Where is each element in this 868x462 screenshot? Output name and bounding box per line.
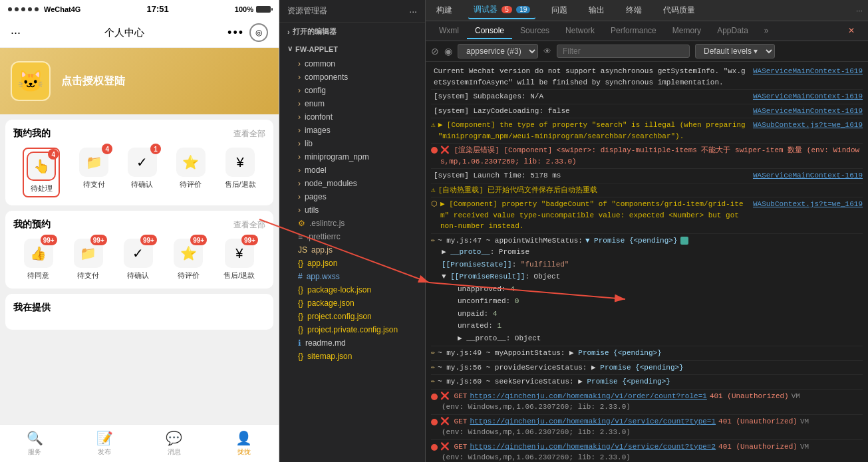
file-projectprivate[interactable]: {} project.private.config.json	[279, 323, 425, 336]
file-projectconfig[interactable]: {} project.config.json	[279, 310, 425, 323]
error-link-2[interactable]: https://qinchenju.com/homemaking/v1/serv…	[470, 416, 716, 427]
tab-console[interactable]: Console	[467, 23, 512, 39]
toolbar-terminal[interactable]: 终端	[621, 2, 647, 19]
explorer-panel: 资源管理器 ··· › 打开的编辑器 ∨ FW-APPLET › common …	[279, 0, 426, 462]
login-text[interactable]: 点击授权登陆	[61, 74, 125, 88]
nav-item-profile[interactable]: 👤 拢拢	[235, 430, 252, 457]
folder-components[interactable]: › components	[279, 70, 425, 84]
search-icon[interactable]: ◎	[249, 23, 268, 42]
booking-icon-3: ⭐ 99+	[174, 239, 203, 268]
tree-unpaid: unpaid: 4	[458, 308, 569, 320]
appointment-item-1[interactable]: 📁 4 待支付	[79, 148, 108, 197]
folder-label-pages: pages	[305, 192, 327, 201]
booking-label-0: 待同意	[27, 271, 49, 281]
log-level-selector[interactable]: Default levels ▾	[695, 44, 775, 58]
booking-item-1[interactable]: 📁 99+ 待支付	[74, 239, 103, 281]
file-appjs[interactable]: JS app.js	[279, 243, 425, 257]
filter-input[interactable]	[557, 45, 690, 58]
filter-stop-icon[interactable]: ◉	[444, 46, 452, 57]
folder-icon-miniprogram: ›	[298, 152, 301, 162]
log-link-2[interactable]: WAServiceMainContext-1619	[753, 91, 863, 102]
log-link-4[interactable]: WASubContext.js?t=we_1619	[753, 120, 863, 131]
file-readme[interactable]: ℹ readme.md	[279, 336, 425, 350]
explorer-dots[interactable]: ···	[409, 6, 417, 17]
appointment-item-2[interactable]: ✓ 1 待确认	[128, 148, 157, 197]
file-eslintrc[interactable]: ⚙ .eslintrc.js	[279, 217, 425, 230]
promise-prefix: ~ my.js:47 ~ appointWithMeStatus:	[438, 235, 583, 247]
appointment-item-0[interactable]: 👆 4 待处理	[23, 148, 60, 197]
folder-node-modules[interactable]: › node_modules	[279, 177, 425, 190]
toolbar-codequality[interactable]: 代码质量	[658, 2, 700, 19]
log-link-6[interactable]: WAServiceMainContext-1619	[753, 170, 863, 181]
log-link-8[interactable]: WASubContext.js?t=we_1619	[753, 199, 863, 210]
eye-icon[interactable]: 👁	[543, 47, 551, 56]
badge-0: 4	[48, 149, 59, 160]
error-link-3[interactable]: https://qinchenju.com/homemaking/v1/serv…	[470, 441, 716, 453]
tab-appdata[interactable]: AppData	[709, 23, 756, 39]
tab-performance[interactable]: Performance	[603, 23, 664, 39]
folder-common[interactable]: › common	[279, 57, 425, 70]
project-section[interactable]: ∨ FW-APPLET	[279, 41, 425, 57]
toolbar-more[interactable]: ···	[856, 6, 863, 15]
profile-section[interactable]: 🐱 点击授权登陆	[0, 48, 279, 114]
file-label-sitemap: sitemap.json	[307, 352, 352, 361]
error-get-1: ❌ GET	[440, 391, 467, 402]
booking-label-4: 售后/退款	[223, 271, 255, 281]
file-appjson[interactable]: {} app.json	[279, 257, 425, 270]
tab-sources[interactable]: Sources	[512, 23, 557, 39]
toolbar-issues[interactable]: 问题	[546, 2, 573, 19]
devtools-tabs: Wxml Console Sources Network Performance…	[426, 21, 868, 41]
tab-memory[interactable]: Memory	[664, 23, 709, 39]
tab-more[interactable]: »	[756, 23, 777, 39]
tree-proto: ▶ __proto__: Promise	[442, 246, 569, 259]
file-packagejson[interactable]: {} package.json	[279, 296, 425, 310]
file-prettierrc[interactable]: ≡ .prettierrc	[279, 230, 425, 243]
tab-network[interactable]: Network	[557, 23, 603, 39]
booking-item-3[interactable]: ⭐ 99+ 待评价	[174, 239, 203, 281]
appointments-link[interactable]: 查看全部	[233, 128, 265, 140]
file-appwxss[interactable]: # app.wxss	[279, 270, 425, 283]
file-icon-appwxss: #	[298, 272, 303, 281]
folder-iconfont[interactable]: › iconfont	[279, 110, 425, 124]
open-editors-section[interactable]: › 打开的编辑器	[279, 23, 425, 41]
folder-utils[interactable]: › utils	[279, 203, 425, 217]
filter-toggle-icon[interactable]: ⊘	[431, 46, 439, 57]
folder-config[interactable]: › config	[279, 84, 425, 97]
nav-item-service[interactable]: 🔍 服务	[27, 430, 43, 457]
booking-item-0[interactable]: 👍 99+ 待同意	[24, 239, 53, 281]
log-promise-expanded: ✏ ~ my.js:47 ~ appointWithMeStatus: ▼ Pr…	[431, 234, 863, 347]
booking-item-2[interactable]: ✓ 99+ 待确认	[124, 239, 153, 281]
log-link-1[interactable]: WAServiceMainContext-1619	[753, 66, 863, 77]
booking-item-4[interactable]: ¥ 99+ 售后/退款	[223, 239, 255, 281]
appointment-item-4[interactable]: ¥ 售后/退款	[225, 148, 256, 197]
log-link-3[interactable]: WAServiceMainContext-1619	[753, 106, 863, 117]
appointment-item-3[interactable]: ⭐ 待评价	[176, 148, 206, 197]
error-link-1[interactable]: https://qinchenju.com/homemaking/v1/orde…	[470, 391, 706, 402]
toolbar-build[interactable]: 构建	[431, 2, 458, 19]
folder-model[interactable]: › model	[279, 164, 425, 177]
toolbar-output[interactable]: 输出	[583, 2, 610, 19]
network-selector[interactable]: appservice (#3)	[458, 44, 538, 58]
folder-lib[interactable]: › lib	[279, 137, 425, 150]
nav-item-messages[interactable]: 💬 消息	[166, 430, 182, 457]
file-sitemap[interactable]: {} sitemap.json	[279, 350, 425, 363]
file-label-prettierrc: .prettierrc	[307, 232, 341, 241]
bookings-link[interactable]: 查看全部	[233, 219, 265, 231]
folder-pages[interactable]: › pages	[279, 190, 425, 203]
header-menu-icon[interactable]: •••	[227, 26, 244, 40]
folder-images[interactable]: › images	[279, 124, 425, 137]
tab-wxml[interactable]: Wxml	[431, 23, 467, 39]
debugger-badge-2: 19	[516, 6, 530, 13]
explorer-header: 资源管理器 ···	[279, 0, 425, 23]
copy-icon[interactable]	[680, 237, 688, 245]
folder-miniprogram-npm[interactable]: › miniprogram_npm	[279, 150, 425, 164]
folder-enum[interactable]: › enum	[279, 97, 425, 110]
folder-label-config: config	[305, 86, 326, 95]
tab-close[interactable]: ✕	[840, 23, 863, 39]
nav-item-publish[interactable]: 📝 发布	[96, 430, 113, 457]
file-packagelock[interactable]: {} package-lock.json	[279, 283, 425, 296]
toolbar-debugger[interactable]: 调试器 5 19	[468, 1, 535, 19]
open-editors-label: 打开的编辑器	[293, 27, 337, 37]
booking-label-1: 待支付	[77, 271, 99, 281]
project-chevron-icon: ∨	[287, 45, 293, 53]
